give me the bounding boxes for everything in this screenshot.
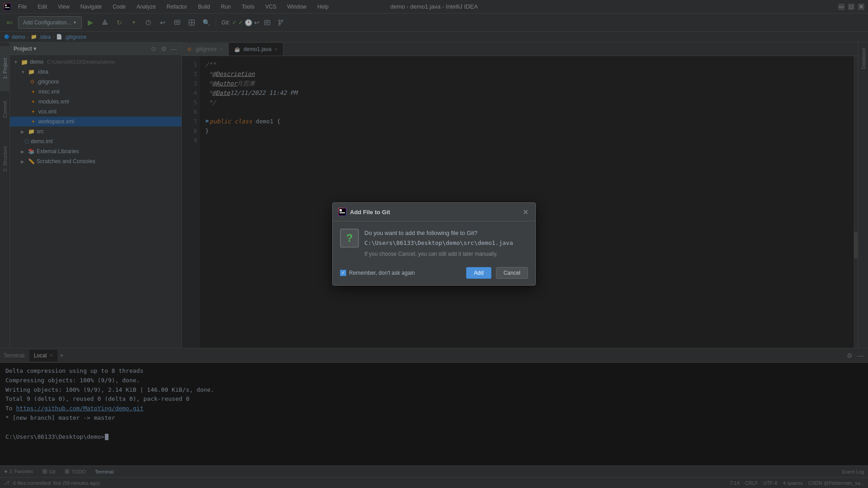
remember-checkbox[interactable] (340, 270, 346, 276)
dialog-close-button[interactable]: ✕ (521, 207, 530, 216)
dialog-note-text: If you choose Cancel, you can still add … (364, 251, 528, 257)
add-file-to-git-dialog: Add File to Git ✕ ? Do you want to add t… (332, 202, 536, 286)
svg-rect-23 (340, 209, 342, 211)
dialog-app-icon (338, 208, 346, 216)
dialog-header: Add File to Git ✕ (333, 203, 535, 221)
dialog-overlay: Add File to Git ✕ ? Do you want to add t… (0, 0, 868, 488)
dialog-message-text: Do you want to add the following file to… (364, 229, 528, 238)
dialog-footer: Remember, don't ask again Add Cancel (333, 263, 535, 285)
dialog-file-path: C:\Users\86133\Desktop\demo\src\demo1.ja… (364, 239, 528, 246)
remember-checkbox-wrap: Remember, don't ask again (340, 270, 462, 276)
dialog-body: ? Do you want to add the following file … (333, 221, 535, 263)
dialog-question-icon: ? (340, 229, 359, 248)
dialog-add-button[interactable]: Add (466, 267, 491, 279)
dialog-cancel-button[interactable]: Cancel (496, 267, 528, 279)
dialog-text-area: Do you want to add the following file to… (364, 229, 528, 257)
dialog-title-text: Add File to Git (350, 209, 517, 216)
remember-checkbox-label: Remember, don't ask again (349, 270, 415, 276)
svg-rect-24 (340, 212, 345, 213)
